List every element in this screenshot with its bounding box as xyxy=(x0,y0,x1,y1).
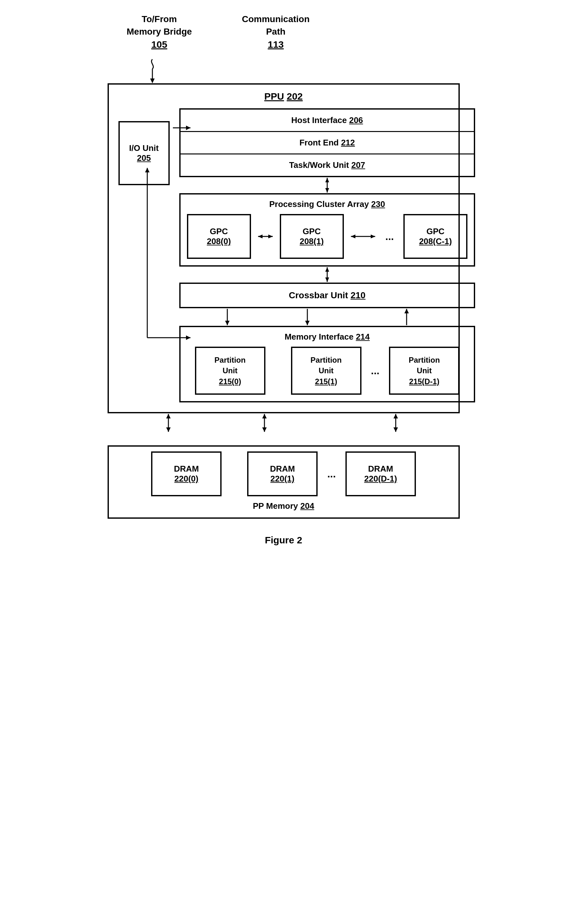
svg-marker-19 xyxy=(404,309,409,313)
svg-marker-27 xyxy=(166,414,171,418)
ppu-label: PPU 202 xyxy=(118,91,449,102)
gpc-box-1: GPC 208(1) xyxy=(280,214,344,259)
dram-box-d1: DRAM 220(D-1) xyxy=(345,451,416,496)
partition-box-1: Partition Unit 215(1) xyxy=(291,347,362,395)
gpc-arrow-dots xyxy=(350,230,376,243)
partition-dots: ... xyxy=(368,365,383,377)
top-labels-area: To/From Memory Bridge 105 Communication … xyxy=(108,13,460,83)
dram-box-1: DRAM 220(1) xyxy=(247,451,318,496)
partition-dram-arrows-svg xyxy=(108,413,460,433)
svg-marker-6 xyxy=(258,234,262,238)
pca-box: Processing Cluster Array 230 GPC 208(0) xyxy=(179,193,476,267)
mem-interface-label: Memory Interface 214 xyxy=(187,332,468,342)
svg-marker-9 xyxy=(351,234,356,238)
bidirectional-arrow-svg2 xyxy=(318,267,337,282)
ppu-inner: I/O Unit 205 Host Interface 206 Front En… xyxy=(118,108,449,403)
diagram-container: To/From Memory Bridge 105 Communication … xyxy=(92,13,476,545)
svg-marker-1 xyxy=(150,78,154,83)
task-work-unit-item: Task/Work Unit 207 xyxy=(181,155,474,176)
gpc-dots: ... xyxy=(382,231,398,242)
io-unit-box: I/O Unit 205 xyxy=(118,121,170,185)
svg-marker-30 xyxy=(262,414,267,418)
pca-label: Processing Cluster Array 230 xyxy=(187,199,468,209)
bidirectional-arrow-svg xyxy=(318,177,337,193)
arrow-crossbar-pca xyxy=(179,267,476,282)
svg-marker-15 xyxy=(225,321,230,325)
svg-marker-31 xyxy=(262,427,267,432)
gpc-row: GPC 208(0) GPC 208(1) xyxy=(187,214,468,259)
arrow-pca-to-host xyxy=(179,177,476,193)
svg-marker-7 xyxy=(268,234,273,238)
ppu-box: PPU 202 I/O Unit 205 Host Interface 206 xyxy=(108,83,460,413)
svg-marker-17 xyxy=(305,321,310,325)
svg-marker-33 xyxy=(393,414,398,418)
pp-memory-box: DRAM 220(0) DRAM 220(1) ... DRAM 220(D-1… xyxy=(108,445,460,519)
dram-row: DRAM 220(0) DRAM 220(1) ... DRAM 220(D-1… xyxy=(115,451,452,496)
crossbar-box: Crossbar Unit 210 xyxy=(179,282,476,308)
gpc-box-c1: GPC 208(C-1) xyxy=(404,214,467,259)
host-stack-box: Host Interface 206 Front End 212 Task/Wo… xyxy=(179,108,476,177)
front-end-item: Front End 212 xyxy=(181,132,474,155)
svg-marker-13 xyxy=(325,278,329,282)
host-interface-item: Host Interface 206 xyxy=(181,110,474,132)
partition-box-d1: Partition Unit 215(D-1) xyxy=(389,347,459,395)
main-content: Host Interface 206 Front End 212 Task/Wo… xyxy=(179,108,476,403)
partition-row: Partition Unit 215(0) Partition Unit 215… xyxy=(187,347,468,395)
figure-label: Figure 2 xyxy=(265,535,302,545)
svg-marker-34 xyxy=(393,427,398,432)
svg-marker-10 xyxy=(371,234,375,238)
svg-marker-28 xyxy=(166,427,171,432)
crossbar-mem-arrows xyxy=(179,308,476,326)
mem-interface-box: Memory Interface 214 Partition Unit 215(… xyxy=(179,326,476,403)
svg-marker-12 xyxy=(325,267,329,272)
gpc-arrow-01 xyxy=(257,230,273,243)
gpc-box-0: GPC 208(0) xyxy=(187,214,251,259)
partition-box-0: Partition Unit 215(0) xyxy=(195,347,266,395)
top-arrows-svg xyxy=(108,13,460,83)
dram-box-0: DRAM 220(0) xyxy=(151,451,222,496)
svg-marker-4 xyxy=(325,188,329,192)
svg-marker-3 xyxy=(325,178,329,182)
partition-dram-arrows xyxy=(108,413,460,433)
dram-dots: ... xyxy=(324,468,339,480)
pp-memory-label: PP Memory 204 xyxy=(115,501,452,511)
crossbar-arrows-svg xyxy=(189,308,466,326)
